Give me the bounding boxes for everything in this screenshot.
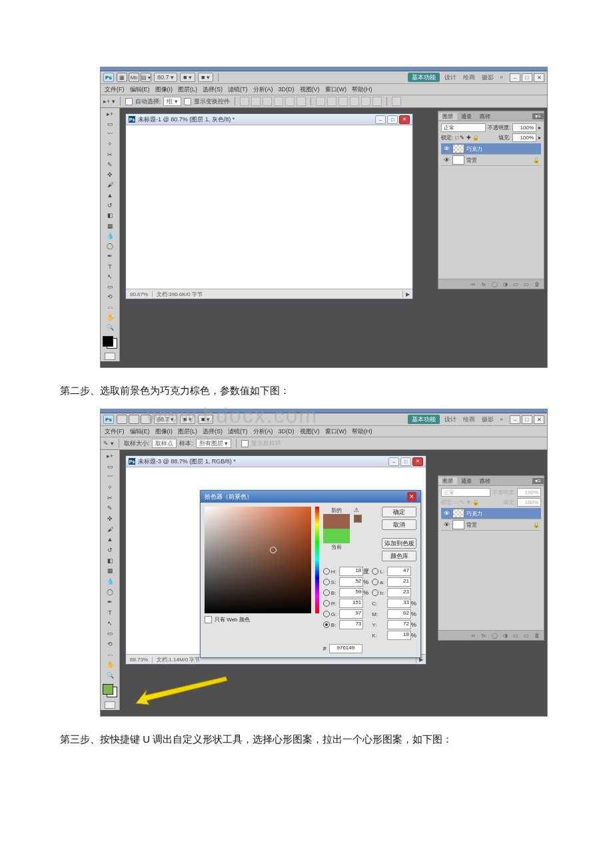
ok-button[interactable]: 确定 [382,507,416,517]
distribute-icon[interactable] [338,97,348,106]
bb-value[interactable]: 23 [387,588,411,597]
auto-select-checkbox[interactable] [125,98,133,105]
view-dropdown-2[interactable]: ■ ▾ [198,415,213,424]
crop-tool-icon[interactable]: ✂ [103,150,117,159]
l-value[interactable]: 47 [387,567,411,576]
lasso-tool-icon[interactable]: 〰 [103,130,117,139]
eyedropper-tool-icon[interactable]: ✎ ▾ [103,440,114,447]
h-value[interactable]: 18 [339,567,363,576]
pen-tool-icon[interactable]: ✒ [103,252,117,261]
doc-close[interactable]: ✕ [399,115,410,124]
workspace-active[interactable]: 基本功能 [408,415,440,424]
workspace-paint[interactable]: 绘画 [461,415,477,424]
view-dropdown-1[interactable]: ■ ▾ [180,73,195,82]
doc-maximize[interactable]: □ [400,457,411,466]
hue-slider[interactable] [315,507,319,613]
panel-menu-icon[interactable]: ▾≡ [532,113,544,119]
tab-channels[interactable]: 通道 [457,113,476,120]
stamp-tool-icon[interactable]: ▲ [103,191,117,199]
document-titlebar[interactable]: Ps 未标题-1 @ 80.7% (图层 1, 灰色/8) * – □ ✕ [126,114,412,125]
color-field[interactable] [205,507,311,613]
h-radio[interactable]: H: [323,568,336,575]
dialog-close-icon[interactable]: ✕ [407,492,416,501]
brush-tool-icon[interactable]: 🖌 [103,181,117,189]
opacity-value[interactable]: 100% [512,123,536,132]
zoom-tool-icon[interactable]: 🔍 [103,323,117,332]
menu-edit[interactable]: 编辑(E) [130,85,150,94]
mask-icon[interactable]: ◯ [490,281,498,287]
newlayer-icon[interactable]: ▭ [522,281,530,287]
doc-maximize[interactable]: □ [387,115,398,124]
auto-select-dropdown[interactable]: 组 ▾ [163,97,181,106]
doc-close[interactable]: ✕ [412,457,423,466]
add-swatch-button[interactable]: 添加到色板 [382,538,416,549]
bb-radio[interactable]: b: [372,589,384,596]
r-value[interactable]: 151 [339,599,363,608]
c-value[interactable]: 33 [387,599,411,608]
heal-tool-icon[interactable]: ✜ [103,171,117,179]
a-value[interactable]: 21 [387,577,411,587]
fill-slider-icon[interactable]: ▸ [538,135,541,141]
3d-tool-icon[interactable]: ⟲ [103,293,117,301]
visibility-icon[interactable]: 👁 [442,145,450,153]
shape-tool-icon[interactable]: ▭ [103,283,117,291]
s-radio[interactable]: S: [323,579,336,585]
a-radio[interactable]: a: [372,579,384,585]
more-workspaces[interactable]: » [498,74,504,81]
show-transform-checkbox[interactable] [184,98,191,105]
dialog-titlebar[interactable]: 拾色器（前景色） ✕ [201,491,420,503]
layer-item[interactable]: 👁 巧克力 [441,508,541,519]
menu-help[interactable]: 帮助(H) [352,85,372,94]
menu-image[interactable]: 图像(I) [155,85,173,94]
doc-minimize[interactable]: – [375,115,386,124]
b-radio[interactable]: B: [323,589,336,596]
lock-icons[interactable]: □ ✎ ✚ 🔒 [455,135,479,141]
more-workspaces[interactable]: » [498,416,504,423]
sample-source-dropdown[interactable]: 所有图层 ▾ [196,439,232,448]
blend-mode-dropdown[interactable]: 正常 [441,488,490,497]
layer-name[interactable]: 背景 [466,157,477,164]
blur-tool-icon[interactable]: 💧 [103,231,117,240]
layout-icon[interactable]: ▤ ▾ [141,73,151,82]
wand-tool-icon[interactable]: ✧ [103,140,117,149]
distribute-icon[interactable] [372,97,382,106]
align-icon[interactable] [263,97,272,106]
type-tool-icon[interactable]: T [103,262,117,271]
cancel-button[interactable]: 取消 [382,519,416,530]
color-swatches[interactable] [103,684,117,697]
bridge-icon[interactable]: ▦ [117,73,127,82]
close-button[interactable]: ✕ [534,415,544,424]
r-radio[interactable]: R: [323,600,336,607]
trash-icon[interactable]: 🗑 [533,281,541,287]
status-filesize[interactable]: 文档:390.6K/0 字节 [153,291,403,298]
view-dropdown-1[interactable]: ■ ▾ [180,415,195,424]
close-button[interactable]: ✕ [534,73,544,82]
doc-minimize[interactable]: – [388,457,399,466]
s-value[interactable]: 52 [339,577,363,587]
auto-align-icon[interactable] [392,97,401,106]
blend-mode-dropdown[interactable]: 正常 [441,123,486,132]
distribute-icon[interactable] [327,97,336,106]
marquee-tool-icon[interactable]: ▭ [103,119,117,128]
b2-value[interactable]: 73 [339,620,363,629]
fg-color-swatch[interactable] [103,336,113,347]
align-icon[interactable] [297,97,306,106]
opacity-slider-icon[interactable]: ▸ [538,125,541,131]
m-value[interactable]: 62 [387,609,411,619]
menu-window[interactable]: 窗口(W) [325,85,347,94]
web-only-checkbox[interactable] [205,616,212,623]
tab-layers[interactable]: 图层 [438,113,457,120]
visibility-icon[interactable]: 👁 [442,156,450,164]
menu-3d[interactable]: 3D(D) [279,86,295,93]
hex-value[interactable]: 976149 [329,644,362,653]
dodge-tool-icon[interactable]: ◯ [103,241,117,250]
l-radio[interactable]: L: [372,568,384,575]
move-tool-icon[interactable]: ▸+ [103,109,117,118]
maximize-button[interactable]: □ [522,415,532,424]
move-tool-icon[interactable]: ▸+ ▾ [103,98,115,105]
fx-icon[interactable]: fx [480,281,488,287]
workspace-active[interactable]: 基本功能 [408,73,440,82]
y-value[interactable]: 72 [387,620,411,629]
document-titlebar[interactable]: Ps 未标题-3 @ 88.7% (图层 1, RGB/8) * – □ ✕ [126,456,426,467]
link-icon[interactable]: ∞ [469,281,477,287]
